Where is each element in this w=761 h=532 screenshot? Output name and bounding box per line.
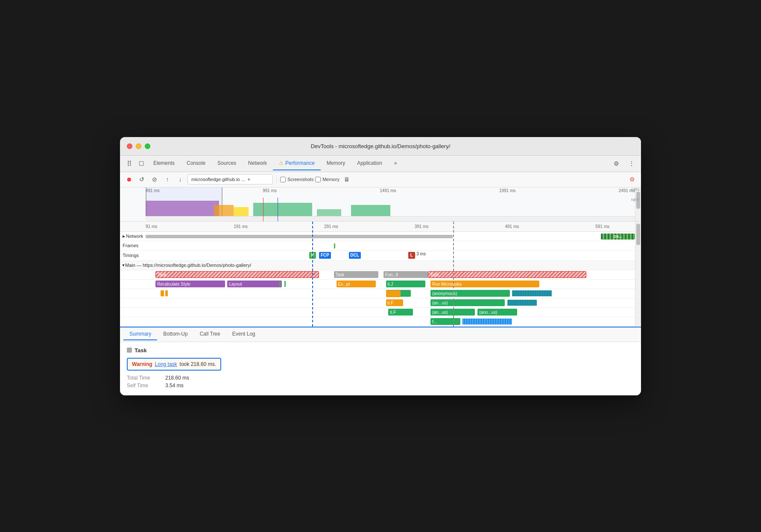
bottom-tab-bar: Summary Bottom-Up Call Tree Event Log <box>120 327 641 342</box>
flamechart-scroll-track[interactable] <box>635 222 641 327</box>
p-marker[interactable]: P <box>309 252 316 259</box>
reload-button[interactable]: ↺ <box>136 174 147 185</box>
tab-sources[interactable]: Sources <box>211 157 242 170</box>
devtools-window: DevTools - microsoftedge.github.io/Demos… <box>120 137 641 395</box>
mini-bars-right-2 <box>507 300 537 306</box>
download-button[interactable]: ↓ <box>175 174 186 185</box>
task-row-6-content[interactable]: f... <box>146 317 641 326</box>
maximize-button[interactable] <box>145 143 150 149</box>
tab-elements[interactable]: Elements <box>147 157 181 170</box>
url-display: microsoftedge.github.io ... ▾ <box>187 174 273 184</box>
frames-content[interactable] <box>146 241 641 250</box>
mini-bars-right <box>512 290 552 296</box>
screenshots-checkbox[interactable] <box>280 177 286 182</box>
devtools-tab-bar: ⠿ ☐ Elements Console Sources Network ⚠ P… <box>120 156 641 172</box>
flamechart-scroll-thumb[interactable] <box>636 224 640 245</box>
main-expand-icon[interactable]: ▼ <box>120 263 123 267</box>
tab-event-log[interactable]: Event Log <box>226 328 261 340</box>
title-bar: DevTools - microsoftedge.github.io/Demos… <box>120 137 641 156</box>
traffic-lights <box>127 143 150 149</box>
task-bar-mid[interactable]: Task <box>334 271 378 278</box>
an-us-bar[interactable]: (an...us) (an...us) <box>430 309 475 316</box>
timeline-ruler: 91 ms 191 ms 291 ms 391 ms 491 ms 591 ms <box>120 222 641 232</box>
task-row-2[interactable]: Recalculate Style Layout Ev...pt ti.J <box>120 280 641 289</box>
task-bar-right[interactable]: Fun...ll <box>383 271 428 278</box>
green-bar-1 <box>279 281 281 287</box>
event-bar[interactable]: Ev...pt <box>337 281 376 287</box>
task-row-1-content[interactable]: Task Task Fun...ll Task ↙ <box>146 270 641 279</box>
upload-button[interactable]: ↑ <box>162 174 173 185</box>
vi-bar[interactable] <box>386 290 401 297</box>
network-label: ▶ Network <box>120 234 146 239</box>
long-task-link[interactable]: Long task <box>155 361 177 367</box>
yellow-bar-1 <box>161 290 164 296</box>
tab-console[interactable]: Console <box>181 157 211 170</box>
memory-checkbox[interactable] <box>315 177 321 182</box>
minimize-button[interactable] <box>136 143 141 149</box>
timings-content[interactable]: P FCP DCL 721.3 ms L ↙ ↙ <box>146 251 641 260</box>
network-row: ▶ Network DS... <box>120 232 641 241</box>
performance-settings-icon[interactable]: ⚙ <box>626 174 638 185</box>
task-row-3[interactable]: vi (anonymous) <box>120 289 641 298</box>
capture-settings-icon[interactable]: 🖥 <box>341 174 352 185</box>
task-bar-far-right[interactable]: Task <box>428 271 586 278</box>
warning-box: Warning Long task took 218.60 ms. <box>127 358 221 371</box>
more-options-icon[interactable]: ⋮ <box>626 158 638 170</box>
tab-summary[interactable]: Summary <box>123 328 157 340</box>
tab-tools: ⚙ ⋮ <box>610 158 638 170</box>
function-bar[interactable]: ti.J <box>386 281 426 287</box>
close-button[interactable] <box>127 143 132 149</box>
record-button[interactable]: ⏺ <box>123 174 135 185</box>
run-microtasks-bar[interactable]: Run Microtasks <box>430 281 539 287</box>
task-row-2-content[interactable]: Recalculate Style Layout Ev...pt ti.J <box>146 279 641 289</box>
inspector-icon[interactable]: ⠿ <box>123 158 135 170</box>
self-time-row: Self Time 3.54 ms <box>127 383 634 389</box>
tab-bottom-up[interactable]: Bottom-Up <box>157 328 193 340</box>
layout-bar[interactable]: Layout <box>227 281 282 287</box>
task-row-4-content[interactable]: ti.F (an...us) <box>146 298 641 307</box>
timings-label: Timings <box>120 253 146 258</box>
main-row-label: Main — https://microsoftedge.github.io/D… <box>123 263 253 268</box>
memory-checkbox-label[interactable]: Memory <box>315 177 340 182</box>
yellow-bar-2 <box>165 290 168 296</box>
task-row-3-content[interactable]: vi (anonymous) <box>146 289 641 298</box>
tab-network[interactable]: Network <box>242 157 273 170</box>
separator-1 <box>276 175 277 184</box>
total-time-row: Total Time 218.60 ms <box>127 375 634 381</box>
task-row-5-content[interactable]: Task ti.F (an...us) (an...us) (ano...us) <box>146 307 641 317</box>
main-row-header: ▼ Main — https://microsoftedge.github.io… <box>120 261 641 270</box>
network-content[interactable]: DS... <box>146 232 641 241</box>
task-icon <box>127 348 132 353</box>
recalculate-style-bar[interactable]: Recalculate Style <box>155 281 225 287</box>
tab-application[interactable]: Application <box>351 157 388 170</box>
dcl-marker[interactable]: DCL <box>349 252 361 259</box>
task-bar-main[interactable]: Task <box>155 271 319 278</box>
task-row-1[interactable]: Task Task Fun...ll Task ↙ <box>120 270 641 280</box>
net-label: NET <box>631 198 639 202</box>
fcp-marker[interactable]: FCP <box>319 252 331 259</box>
vi-bar-2[interactable]: ti.F <box>386 299 404 306</box>
tab-memory[interactable]: Memory <box>321 157 351 170</box>
ti-f-bar[interactable]: Task ti.F <box>388 309 413 316</box>
clear-button[interactable]: ⊘ <box>149 174 160 185</box>
overview-timeline[interactable]: 491 ms 991 ms 1491 ms 1991 ms 2491 ms CP… <box>120 187 641 222</box>
ruler-marks: 91 ms 191 ms 291 ms 391 ms 491 ms 591 ms <box>146 224 609 229</box>
flamechart-area[interactable]: 91 ms 191 ms 291 ms 391 ms 491 ms 591 ms… <box>120 222 641 327</box>
anonymous-bar[interactable]: (anonymous) <box>430 290 510 297</box>
tab-call-tree[interactable]: Call Tree <box>194 328 226 340</box>
task-row-6[interactable]: f... <box>120 317 641 327</box>
l-marker[interactable]: L <box>408 252 415 259</box>
ano-us-bar[interactable]: (ano...us) <box>477 309 517 316</box>
settings-icon[interactable]: ⚙ <box>610 158 622 170</box>
populate-gallery-bar[interactable]: (an...us) <box>430 299 505 306</box>
f-bar[interactable]: f... <box>430 318 460 325</box>
self-time-key: Self Time <box>127 383 165 389</box>
tab-performance[interactable]: ⚠ Performance <box>273 157 321 170</box>
screenshots-checkbox-label[interactable]: Screenshots <box>280 177 313 182</box>
task-row-4[interactable]: ti.F (an...us) <box>120 298 641 308</box>
tab-more[interactable]: » <box>388 157 403 170</box>
timings-row: Timings P FCP DCL 721.3 ms L <box>120 251 641 261</box>
overview-time-labels: 491 ms 991 ms 1491 ms 1991 ms 2491 ms <box>146 188 635 193</box>
device-emulation-icon[interactable]: ☐ <box>135 158 147 170</box>
task-row-5[interactable]: Task ti.F (an...us) (an...us) (ano...us) <box>120 308 641 317</box>
